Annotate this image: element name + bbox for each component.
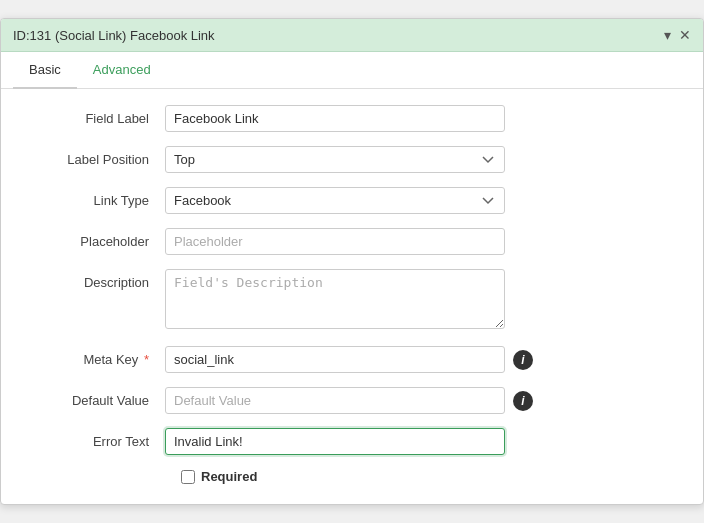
placeholder-control — [165, 228, 505, 255]
label-position-label: Label Position — [25, 146, 165, 167]
close-icon[interactable]: ✕ — [679, 27, 691, 43]
description-label: Description — [25, 269, 165, 290]
field-label-input[interactable] — [165, 105, 505, 132]
tab-advanced[interactable]: Advanced — [77, 52, 167, 89]
description-textarea[interactable] — [165, 269, 505, 329]
required-checkbox-row: Required — [181, 469, 679, 484]
meta-key-info-icon[interactable]: i — [513, 350, 533, 370]
meta-key-field-group: i — [165, 346, 679, 373]
link-type-row: Link Type Facebook Twitter Instagram Lin… — [25, 187, 679, 214]
window-controls: ▾ ✕ — [664, 27, 691, 43]
title-bar: ID:131 (Social Link) Facebook Link ▾ ✕ — [1, 19, 703, 52]
label-position-control: Top Left Right Hidden — [165, 146, 505, 173]
default-value-label: Default Value — [25, 387, 165, 408]
error-text-input[interactable] — [165, 428, 505, 455]
required-checkbox-label[interactable]: Required — [201, 469, 257, 484]
link-type-control: Facebook Twitter Instagram LinkedIn YouT… — [165, 187, 505, 214]
error-text-control — [165, 428, 505, 455]
link-type-label: Link Type — [25, 187, 165, 208]
modal-window: ID:131 (Social Link) Facebook Link ▾ ✕ B… — [0, 18, 704, 505]
tab-basic[interactable]: Basic — [13, 52, 77, 89]
window-title: ID:131 (Social Link) Facebook Link — [13, 28, 215, 43]
description-row: Description — [25, 269, 679, 332]
placeholder-label: Placeholder — [25, 228, 165, 249]
default-value-input[interactable] — [165, 387, 505, 414]
form-body: Field Label Label Position Top Left Righ… — [1, 89, 703, 504]
error-text-row: Error Text — [25, 428, 679, 455]
field-label-control — [165, 105, 505, 132]
required-checkbox[interactable] — [181, 470, 195, 484]
placeholder-row: Placeholder — [25, 228, 679, 255]
meta-key-control — [165, 346, 505, 373]
meta-key-label: Meta Key * — [25, 346, 165, 367]
dropdown-icon[interactable]: ▾ — [664, 27, 671, 43]
default-value-control — [165, 387, 505, 414]
error-text-label: Error Text — [25, 428, 165, 449]
link-type-select[interactable]: Facebook Twitter Instagram LinkedIn YouT… — [165, 187, 505, 214]
meta-key-row: Meta Key * i — [25, 346, 679, 373]
label-position-row: Label Position Top Left Right Hidden — [25, 146, 679, 173]
tab-bar: Basic Advanced — [1, 52, 703, 89]
field-label-row: Field Label — [25, 105, 679, 132]
label-position-select[interactable]: Top Left Right Hidden — [165, 146, 505, 173]
meta-key-input[interactable] — [165, 346, 505, 373]
placeholder-input[interactable] — [165, 228, 505, 255]
default-value-row: Default Value i — [25, 387, 679, 414]
required-asterisk: * — [140, 352, 149, 367]
field-label-label: Field Label — [25, 105, 165, 126]
description-control — [165, 269, 505, 332]
default-value-info-icon[interactable]: i — [513, 391, 533, 411]
default-value-field-group: i — [165, 387, 679, 414]
